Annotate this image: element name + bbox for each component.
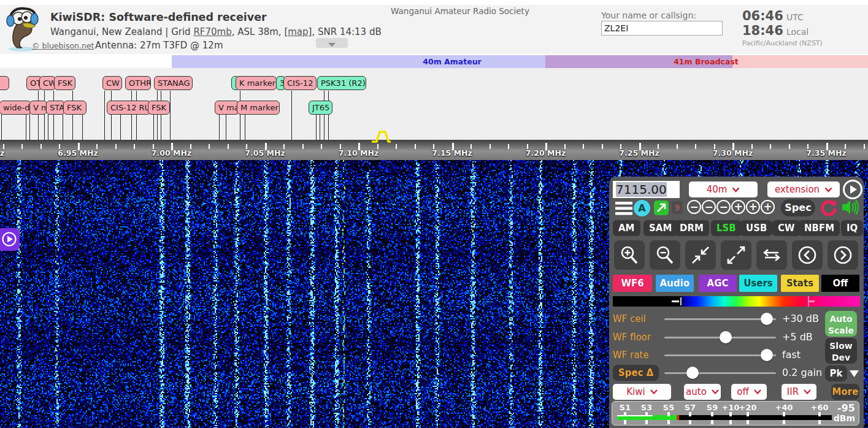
dropdown-off[interactable]: off — [731, 384, 767, 400]
page-right-icon — [832, 245, 854, 266]
zoom-out-step-button[interactable]: − — [716, 200, 731, 214]
label-stem — [328, 91, 329, 140]
band-type-label[interactable]: K' — [0, 76, 9, 90]
band-type-label[interactable]: FSK — [148, 101, 170, 115]
tab-agc[interactable]: AGC — [699, 275, 737, 292]
tab-users[interactable]: Users — [739, 275, 777, 292]
slow-dev-button[interactable]: Slow Dev — [825, 338, 857, 364]
frequency-scale[interactable]: 6.90 MHz6.95 MHz7.00 MHz7.05 MHz7.10 MHz… — [0, 140, 868, 160]
slider-track[interactable] — [664, 354, 776, 356]
slider-thumb[interactable] — [720, 331, 732, 343]
page-right-button[interactable] — [828, 240, 858, 270]
s-meter-tick — [667, 420, 670, 424]
peak-dropdown-icon[interactable] — [850, 370, 859, 377]
peak-button[interactable]: Pk — [825, 365, 847, 381]
slider-thumb[interactable] — [761, 349, 773, 361]
start-extension-button[interactable] — [843, 180, 862, 199]
band-type-label[interactable]: JT65 — [309, 101, 332, 115]
photo-credit-link[interactable]: © bluebison.net — [32, 41, 94, 50]
scale-frequency-label: 7.20 MHz — [526, 148, 566, 158]
dropdown-kiwi[interactable]: Kiwi — [613, 384, 671, 400]
speaker-icon[interactable] — [842, 199, 860, 216]
band-type-label[interactable]: CIS-12 — [283, 76, 317, 90]
mode-button-nbfm[interactable]: NBFM — [799, 220, 840, 236]
waterfall-play-button[interactable] — [0, 228, 20, 251]
band-type-label[interactable]: STA — [46, 101, 65, 115]
slider-thumb[interactable] — [761, 313, 773, 325]
tab-stats[interactable]: Stats — [781, 275, 819, 292]
page-left-button[interactable] — [792, 240, 823, 270]
frequency-input[interactable]: 7115.00 — [613, 181, 680, 198]
band-type-label[interactable]: CIS-12 RU — [107, 101, 151, 115]
page-title: KiwiSDR: Software-defined receiver — [50, 11, 267, 23]
band-type-label[interactable]: V ma — [215, 101, 239, 115]
mode-buttons: AMSAMDRMLSBUSBCWNBFMIQ — [609, 220, 864, 236]
mode-button-drm[interactable]: DRM — [674, 220, 709, 236]
zoom-in-step-button[interactable]: + — [761, 200, 775, 214]
magnify-minus-button[interactable] — [650, 240, 680, 270]
band-select-value: 40m — [707, 184, 728, 195]
zoom-max-out-button[interactable] — [721, 240, 751, 270]
callsign-input[interactable] — [601, 21, 723, 36]
link-share-button[interactable] — [654, 201, 669, 215]
tab-audio[interactable]: Audio — [656, 275, 694, 292]
band-type-label[interactable]: CW — [39, 76, 56, 90]
band-type-label[interactable]: wide-di — [0, 101, 31, 115]
map-link[interactable]: map — [288, 26, 308, 37]
mode-button-lsb[interactable]: LSB — [711, 220, 742, 236]
s-meter-scale-label: S1 — [620, 403, 631, 412]
more-button[interactable]: More — [831, 384, 859, 400]
band-type-label[interactable]: FSK — [63, 101, 86, 115]
band-type-label[interactable]: M marker — [237, 101, 280, 115]
zoom-to-band-button[interactable] — [685, 240, 716, 270]
zoom-in-step-button[interactable]: + — [746, 200, 760, 214]
grid-link[interactable]: RF70mb — [193, 26, 231, 37]
hide-topbar-tab[interactable] — [316, 38, 348, 48]
slider-track[interactable] — [664, 318, 776, 320]
band-type-label[interactable]: OTHR — [125, 76, 151, 90]
spec-button[interactable]: Spec — [781, 199, 815, 216]
passband-fit-button[interactable] — [756, 240, 787, 270]
zoom-in-step-button[interactable]: + — [731, 200, 745, 214]
mode-button-cw[interactable]: CW — [772, 220, 801, 236]
band-type-label[interactable]: CW — [102, 76, 122, 90]
audio-comp-button[interactable]: A — [634, 200, 650, 216]
label-stem — [120, 114, 121, 140]
local-label: Local — [786, 27, 808, 37]
scale-tick — [209, 144, 210, 149]
zoom-out-step-button[interactable]: − — [702, 200, 716, 214]
spec-delta-button[interactable]: Spec Δ — [613, 365, 659, 381]
zoom-out-step-button[interactable]: − — [687, 200, 701, 214]
slider-thumb[interactable] — [686, 367, 699, 379]
band-type-label[interactable]: K marker — [236, 76, 277, 90]
extension-select[interactable]: extension — [767, 182, 840, 197]
band-type-label[interactable]: V m — [29, 101, 47, 115]
location-text: Wanganui, New Zealand | Grid — [50, 26, 193, 37]
slider-track[interactable] — [664, 337, 776, 338]
band-type-label[interactable]: PSK31 (R2) — [317, 76, 366, 90]
s-meter-tick — [747, 412, 749, 416]
menu-icon[interactable] — [615, 202, 632, 215]
tuning-passband-icon[interactable] — [371, 129, 395, 143]
tab-wf6[interactable]: WF6 — [613, 275, 652, 292]
slider-track[interactable] — [664, 372, 776, 374]
local-time: 18:46 — [742, 23, 783, 38]
mode-button-am[interactable]: AM — [613, 220, 640, 236]
mode-button-iq[interactable]: IQ — [841, 220, 863, 236]
auto-scale-button[interactable]: Auto Scale — [825, 311, 857, 337]
scale-frequency-label: 7.10 MHz — [339, 148, 378, 158]
mode-button-usb[interactable]: USB — [740, 220, 772, 236]
band-type-label[interactable]: FSK — [54, 76, 75, 90]
dropdown-auto[interactable]: auto — [684, 384, 721, 400]
refresh-icon[interactable] — [820, 199, 837, 216]
band-type-label[interactable]: STANAG — [154, 76, 193, 90]
mode-button-sam[interactable]: SAM — [643, 220, 677, 236]
band-select[interactable]: 40m — [689, 182, 758, 197]
slider-row-2: WF floor+5 dB — [613, 329, 860, 345]
scale-tick — [583, 144, 584, 149]
s-meter-tick — [729, 412, 732, 416]
magnify-plus-button[interactable] — [614, 240, 645, 270]
dropdown-iir[interactable]: IIR — [782, 384, 816, 400]
scale-tick — [770, 144, 771, 149]
tab-off[interactable]: Off — [821, 275, 859, 292]
